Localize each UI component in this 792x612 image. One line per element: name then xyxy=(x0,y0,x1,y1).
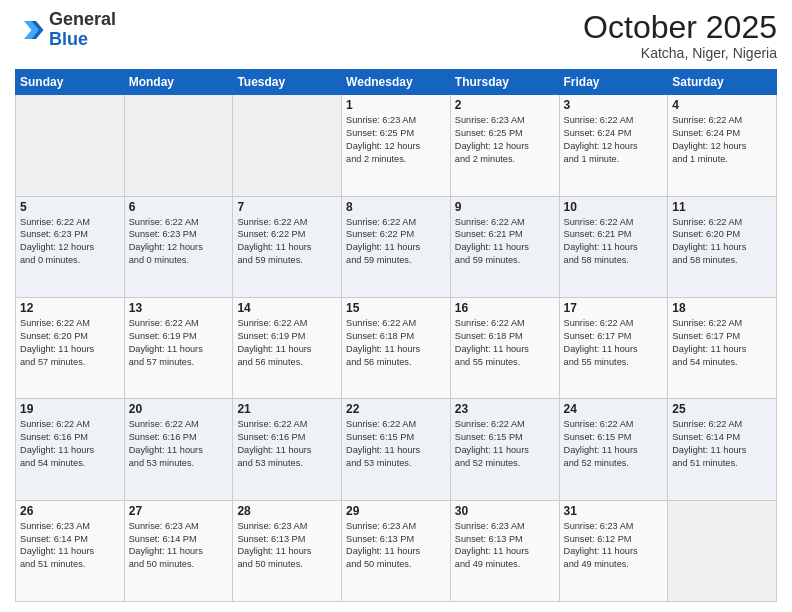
day-number: 9 xyxy=(455,200,555,214)
day-info: Sunrise: 6:23 AMSunset: 6:12 PMDaylight:… xyxy=(564,520,664,572)
month-title: October 2025 xyxy=(583,10,777,45)
day-info: Sunrise: 6:22 AMSunset: 6:15 PMDaylight:… xyxy=(346,418,446,470)
title-block: October 2025 Katcha, Niger, Nigeria xyxy=(583,10,777,61)
weekday-header-monday: Monday xyxy=(124,70,233,95)
day-cell: 20Sunrise: 6:22 AMSunset: 6:16 PMDayligh… xyxy=(124,399,233,500)
logo: General Blue xyxy=(15,10,116,50)
day-number: 26 xyxy=(20,504,120,518)
week-row-1: 1Sunrise: 6:23 AMSunset: 6:25 PMDaylight… xyxy=(16,95,777,196)
day-info: Sunrise: 6:23 AMSunset: 6:25 PMDaylight:… xyxy=(455,114,555,166)
week-row-2: 5Sunrise: 6:22 AMSunset: 6:23 PMDaylight… xyxy=(16,196,777,297)
day-info: Sunrise: 6:22 AMSunset: 6:15 PMDaylight:… xyxy=(564,418,664,470)
day-cell: 25Sunrise: 6:22 AMSunset: 6:14 PMDayligh… xyxy=(668,399,777,500)
day-info: Sunrise: 6:22 AMSunset: 6:19 PMDaylight:… xyxy=(129,317,229,369)
day-cell: 18Sunrise: 6:22 AMSunset: 6:17 PMDayligh… xyxy=(668,297,777,398)
day-number: 25 xyxy=(672,402,772,416)
day-info: Sunrise: 6:22 AMSunset: 6:20 PMDaylight:… xyxy=(20,317,120,369)
day-info: Sunrise: 6:23 AMSunset: 6:13 PMDaylight:… xyxy=(237,520,337,572)
day-cell: 11Sunrise: 6:22 AMSunset: 6:20 PMDayligh… xyxy=(668,196,777,297)
day-cell: 29Sunrise: 6:23 AMSunset: 6:13 PMDayligh… xyxy=(342,500,451,601)
day-info: Sunrise: 6:22 AMSunset: 6:24 PMDaylight:… xyxy=(564,114,664,166)
day-info: Sunrise: 6:22 AMSunset: 6:23 PMDaylight:… xyxy=(20,216,120,268)
day-number: 24 xyxy=(564,402,664,416)
weekday-header-saturday: Saturday xyxy=(668,70,777,95)
day-cell: 23Sunrise: 6:22 AMSunset: 6:15 PMDayligh… xyxy=(450,399,559,500)
day-cell: 31Sunrise: 6:23 AMSunset: 6:12 PMDayligh… xyxy=(559,500,668,601)
day-cell: 13Sunrise: 6:22 AMSunset: 6:19 PMDayligh… xyxy=(124,297,233,398)
day-info: Sunrise: 6:22 AMSunset: 6:22 PMDaylight:… xyxy=(346,216,446,268)
weekday-header-tuesday: Tuesday xyxy=(233,70,342,95)
day-info: Sunrise: 6:22 AMSunset: 6:16 PMDaylight:… xyxy=(129,418,229,470)
day-info: Sunrise: 6:23 AMSunset: 6:25 PMDaylight:… xyxy=(346,114,446,166)
week-row-4: 19Sunrise: 6:22 AMSunset: 6:16 PMDayligh… xyxy=(16,399,777,500)
weekday-header-thursday: Thursday xyxy=(450,70,559,95)
day-cell: 5Sunrise: 6:22 AMSunset: 6:23 PMDaylight… xyxy=(16,196,125,297)
day-info: Sunrise: 6:23 AMSunset: 6:13 PMDaylight:… xyxy=(455,520,555,572)
day-cell: 16Sunrise: 6:22 AMSunset: 6:18 PMDayligh… xyxy=(450,297,559,398)
day-cell: 1Sunrise: 6:23 AMSunset: 6:25 PMDaylight… xyxy=(342,95,451,196)
day-number: 1 xyxy=(346,98,446,112)
day-cell: 3Sunrise: 6:22 AMSunset: 6:24 PMDaylight… xyxy=(559,95,668,196)
day-number: 13 xyxy=(129,301,229,315)
day-cell xyxy=(668,500,777,601)
day-number: 14 xyxy=(237,301,337,315)
day-number: 2 xyxy=(455,98,555,112)
day-number: 29 xyxy=(346,504,446,518)
day-info: Sunrise: 6:22 AMSunset: 6:18 PMDaylight:… xyxy=(455,317,555,369)
day-info: Sunrise: 6:22 AMSunset: 6:15 PMDaylight:… xyxy=(455,418,555,470)
week-row-3: 12Sunrise: 6:22 AMSunset: 6:20 PMDayligh… xyxy=(16,297,777,398)
day-cell: 21Sunrise: 6:22 AMSunset: 6:16 PMDayligh… xyxy=(233,399,342,500)
weekday-row: SundayMondayTuesdayWednesdayThursdayFrid… xyxy=(16,70,777,95)
day-number: 5 xyxy=(20,200,120,214)
day-number: 23 xyxy=(455,402,555,416)
header: General Blue October 2025 Katcha, Niger,… xyxy=(15,10,777,61)
day-number: 11 xyxy=(672,200,772,214)
day-cell: 27Sunrise: 6:23 AMSunset: 6:14 PMDayligh… xyxy=(124,500,233,601)
location: Katcha, Niger, Nigeria xyxy=(583,45,777,61)
day-number: 8 xyxy=(346,200,446,214)
day-info: Sunrise: 6:22 AMSunset: 6:18 PMDaylight:… xyxy=(346,317,446,369)
logo-blue: Blue xyxy=(49,30,116,50)
day-number: 21 xyxy=(237,402,337,416)
day-number: 7 xyxy=(237,200,337,214)
day-cell: 24Sunrise: 6:22 AMSunset: 6:15 PMDayligh… xyxy=(559,399,668,500)
day-info: Sunrise: 6:23 AMSunset: 6:13 PMDaylight:… xyxy=(346,520,446,572)
day-number: 20 xyxy=(129,402,229,416)
day-number: 18 xyxy=(672,301,772,315)
logo-icon xyxy=(15,15,45,45)
day-cell xyxy=(124,95,233,196)
day-info: Sunrise: 6:22 AMSunset: 6:23 PMDaylight:… xyxy=(129,216,229,268)
day-cell: 9Sunrise: 6:22 AMSunset: 6:21 PMDaylight… xyxy=(450,196,559,297)
day-number: 6 xyxy=(129,200,229,214)
day-info: Sunrise: 6:22 AMSunset: 6:22 PMDaylight:… xyxy=(237,216,337,268)
day-cell: 26Sunrise: 6:23 AMSunset: 6:14 PMDayligh… xyxy=(16,500,125,601)
day-info: Sunrise: 6:22 AMSunset: 6:19 PMDaylight:… xyxy=(237,317,337,369)
day-cell: 14Sunrise: 6:22 AMSunset: 6:19 PMDayligh… xyxy=(233,297,342,398)
day-number: 19 xyxy=(20,402,120,416)
day-info: Sunrise: 6:22 AMSunset: 6:24 PMDaylight:… xyxy=(672,114,772,166)
day-cell: 7Sunrise: 6:22 AMSunset: 6:22 PMDaylight… xyxy=(233,196,342,297)
day-info: Sunrise: 6:22 AMSunset: 6:16 PMDaylight:… xyxy=(20,418,120,470)
day-cell: 15Sunrise: 6:22 AMSunset: 6:18 PMDayligh… xyxy=(342,297,451,398)
weekday-header-wednesday: Wednesday xyxy=(342,70,451,95)
logo-general: General xyxy=(49,10,116,30)
weekday-header-friday: Friday xyxy=(559,70,668,95)
weekday-header-sunday: Sunday xyxy=(16,70,125,95)
day-info: Sunrise: 6:23 AMSunset: 6:14 PMDaylight:… xyxy=(20,520,120,572)
day-number: 10 xyxy=(564,200,664,214)
day-cell: 6Sunrise: 6:22 AMSunset: 6:23 PMDaylight… xyxy=(124,196,233,297)
day-cell: 12Sunrise: 6:22 AMSunset: 6:20 PMDayligh… xyxy=(16,297,125,398)
day-info: Sunrise: 6:23 AMSunset: 6:14 PMDaylight:… xyxy=(129,520,229,572)
day-cell xyxy=(233,95,342,196)
day-cell: 4Sunrise: 6:22 AMSunset: 6:24 PMDaylight… xyxy=(668,95,777,196)
day-info: Sunrise: 6:22 AMSunset: 6:17 PMDaylight:… xyxy=(672,317,772,369)
calendar: SundayMondayTuesdayWednesdayThursdayFrid… xyxy=(15,69,777,602)
day-cell: 10Sunrise: 6:22 AMSunset: 6:21 PMDayligh… xyxy=(559,196,668,297)
day-cell: 30Sunrise: 6:23 AMSunset: 6:13 PMDayligh… xyxy=(450,500,559,601)
day-number: 31 xyxy=(564,504,664,518)
day-number: 30 xyxy=(455,504,555,518)
week-row-5: 26Sunrise: 6:23 AMSunset: 6:14 PMDayligh… xyxy=(16,500,777,601)
day-number: 4 xyxy=(672,98,772,112)
day-cell: 8Sunrise: 6:22 AMSunset: 6:22 PMDaylight… xyxy=(342,196,451,297)
day-cell: 22Sunrise: 6:22 AMSunset: 6:15 PMDayligh… xyxy=(342,399,451,500)
